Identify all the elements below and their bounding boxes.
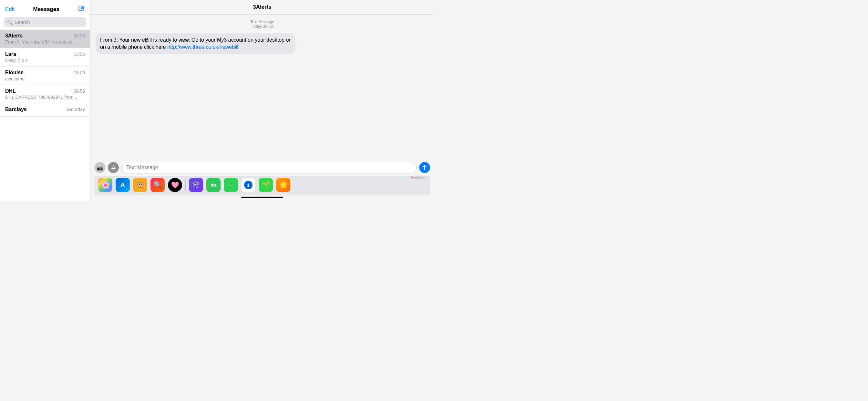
sidebar-header: Edit Messages	[0, 0, 90, 16]
sidebar-title: Messages	[33, 6, 59, 12]
send-icon	[422, 165, 427, 170]
svg-text:1: 1	[247, 183, 250, 188]
search-icon: 🔍	[7, 20, 12, 25]
conversation-time: 13:00	[73, 70, 85, 75]
send-button[interactable]	[419, 162, 430, 173]
message-bubble-container: From 3: Your new eBill is ready to view.…	[96, 33, 429, 54]
dock-plant-icon[interactable]: 🌱	[259, 178, 273, 192]
conversation-item-3alerts[interactable]: 3Alerts 20:38 From 3: Your new eBill is …	[0, 30, 90, 48]
compose-button[interactable]	[78, 5, 85, 13]
app-dock: 🌸 A 🐵 🔍 🩷 ⛈ sh →	[94, 176, 430, 195]
1password-svg: 1	[244, 181, 253, 189]
conversation-header: DHL 08:58	[5, 88, 85, 94]
app-drawer-button[interactable]	[108, 162, 119, 173]
conversation-preview: awesome	[5, 76, 85, 81]
conversation-preview: From 3: Your new eBill is ready to...	[5, 39, 85, 44]
conversation-name: Lara	[5, 51, 16, 57]
dock-purple-cloud-icon[interactable]: ⛈	[189, 178, 203, 192]
dock-search-red-icon[interactable]: 🔍	[151, 178, 165, 192]
conversation-time: 13:56	[73, 52, 85, 57]
conversation-header: Barclays Saturday	[5, 106, 85, 112]
message-meta: Text Message Today 20:38	[96, 20, 429, 29]
search-container: 🔍 Search	[0, 16, 90, 30]
conversation-header: 3Alerts 20:38	[5, 33, 85, 39]
conversation-name: Barclays	[5, 106, 27, 112]
chat-panel: 3Alerts Text Message Today 20:38 From 3:…	[90, 0, 434, 201]
svg-point-1	[113, 166, 114, 168]
dock-appstore-icon[interactable]: A	[116, 178, 130, 192]
dock-sh-icon[interactable]: sh	[206, 178, 221, 192]
message-type: Text Message	[96, 20, 429, 24]
message-bubble: From 3: Your new eBill is ready to view.…	[96, 33, 296, 54]
sidebar: Edit Messages 🔍 Search 3Alerts 20:38 Fro…	[0, 0, 90, 201]
conversation-name: DHL	[5, 88, 16, 94]
compose-icon	[78, 5, 85, 12]
search-bar[interactable]: 🔍 Search	[4, 17, 86, 27]
conversation-time: Saturday	[67, 107, 85, 112]
dock-photos-icon[interactable]: 🌸	[98, 178, 113, 192]
conversation-item-elouise[interactable]: Elouise 13:00 awesome	[0, 66, 90, 85]
conversation-item-lara[interactable]: Lara 13:56 Okay. :) x x	[0, 48, 90, 66]
dock-monkey-icon[interactable]: 🐵	[133, 178, 147, 192]
conversation-name: 3Alerts	[5, 33, 23, 39]
message-link[interactable]: http://www.three.co.uk/newebill	[167, 44, 238, 50]
conversation-header: Lara 13:56	[5, 51, 85, 57]
input-row: 📷	[94, 162, 430, 174]
home-indicator	[241, 197, 283, 198]
dock-arrow-icon[interactable]: →	[224, 178, 238, 192]
conversation-preview: Okay. :) x x	[5, 58, 85, 63]
conversation-time: 08:58	[73, 89, 85, 94]
edit-button[interactable]: Edit	[5, 6, 14, 12]
message-datetime: Today 20:38	[96, 24, 429, 29]
conversation-item-barclays[interactable]: Barclays Saturday	[0, 103, 90, 117]
chat-header: 3Alerts	[90, 0, 434, 14]
dock-dark-heart-icon[interactable]: 🩷	[168, 178, 182, 192]
conversation-preview: DHL EXPRESS 7907992971 from...	[5, 95, 85, 100]
dock-1password-icon[interactable]: 1	[241, 178, 255, 192]
conversation-time: 20:38	[73, 33, 85, 38]
conversation-name: Elouise	[5, 70, 24, 75]
conversation-item-dhl[interactable]: DHL 08:58 DHL EXPRESS 7907992971 from...	[0, 85, 90, 103]
chat-messages: Text Message Today 20:38 From 3: Your ne…	[90, 14, 434, 159]
app-store-small-icon	[111, 165, 116, 171]
search-placeholder-text: Search	[14, 19, 30, 25]
message-input[interactable]	[121, 162, 416, 174]
dock-separator	[185, 179, 186, 191]
camera-icon: 📷	[97, 165, 103, 171]
conversation-list: 3Alerts 20:38 From 3: Your new eBill is …	[0, 30, 90, 201]
chat-contact-name: 3Alerts	[253, 4, 272, 10]
input-area: 📷 🌸 A 🐵	[90, 159, 434, 201]
conversation-header: Elouise 13:00	[5, 70, 85, 75]
pocketlint-badge: Pocketlint	[411, 176, 426, 179]
camera-button[interactable]: 📷	[94, 162, 105, 173]
dock-orange-icon[interactable]: 🌟	[276, 178, 290, 192]
